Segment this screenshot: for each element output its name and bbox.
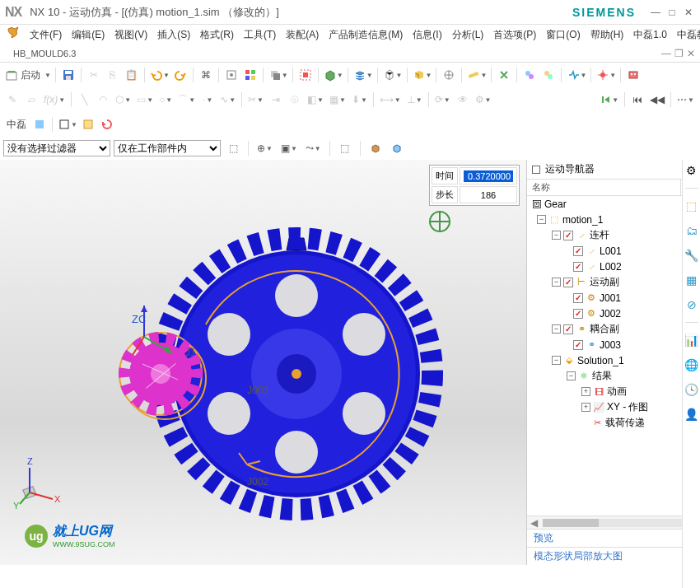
scope-filter-select[interactable]: 仅在工作部件内 xyxy=(114,140,221,156)
orient-view-button[interactable]: ▼ xyxy=(381,66,404,84)
checkbox[interactable]: ✓ xyxy=(573,340,583,350)
formula-button[interactable]: f(x)▼ xyxy=(41,91,68,109)
doc-minimize-button[interactable]: — xyxy=(661,48,671,59)
checkbox[interactable]: ✓ xyxy=(563,231,573,240)
maximize-button[interactable]: □ xyxy=(665,6,679,19)
profile-tool-button[interactable]: ⬡▼ xyxy=(113,91,133,109)
graphics-viewport[interactable]: 时间 0.3720000 步长 186 xyxy=(0,160,527,565)
measure-button[interactable]: ▼ xyxy=(465,66,488,84)
minimize-button[interactable]: — xyxy=(649,6,662,19)
menu-view[interactable]: 视图(V) xyxy=(110,26,152,44)
mirror-button[interactable]: ◧▼ xyxy=(305,91,326,109)
sim-config-button[interactable] xyxy=(520,66,539,84)
menu-edit[interactable]: 编辑(E) xyxy=(67,26,110,44)
menu-insert[interactable]: 插入(S) xyxy=(152,26,195,44)
view-cube1-button[interactable] xyxy=(366,139,385,157)
expressions-button[interactable] xyxy=(495,66,513,84)
filter-tool1-button[interactable]: ⬚ xyxy=(224,139,242,157)
doc-restore-button[interactable]: ❐ xyxy=(674,48,684,59)
extend-button[interactable]: ⇥ xyxy=(267,91,285,109)
expand-icon[interactable]: − xyxy=(552,278,561,287)
tree-j003[interactable]: ✓ ⚭ J003 xyxy=(527,337,699,352)
redo-button[interactable] xyxy=(171,66,189,84)
show-all-button[interactable]: 👁 xyxy=(454,91,472,109)
col-name[interactable]: 名称 xyxy=(527,180,681,195)
tree-motion[interactable]: − ⬚ motion_1 xyxy=(527,212,699,227)
constraint-button[interactable]: ⊥▼ xyxy=(404,91,425,109)
dimension-button[interactable]: ⟷▼ xyxy=(377,91,404,109)
arc-tool-button[interactable]: ◠ xyxy=(94,91,112,109)
trim-button[interactable]: ✂▼ xyxy=(245,91,266,109)
part-nav-icon[interactable]: 🗂 xyxy=(684,223,699,238)
checkbox[interactable]: ✓ xyxy=(573,262,583,272)
app-menu-icon[interactable] xyxy=(7,26,20,40)
menu-tools[interactable]: 工具(T) xyxy=(239,26,281,44)
tree-solution[interactable]: − ⬙ Solution_1 活 xyxy=(527,352,699,368)
menu-file[interactable]: 文件(F) xyxy=(25,26,67,44)
time-value[interactable]: 0.3720000 xyxy=(464,170,513,182)
tree-load-transfer[interactable]: ✂ 载荷传递 xyxy=(527,415,699,431)
auto-constrain-button[interactable]: ⚙▼ xyxy=(473,91,494,109)
checkbox[interactable]: ✓ xyxy=(563,278,573,287)
hd3d-icon[interactable]: 📊 xyxy=(684,333,699,348)
modal-shape-panel-header[interactable]: 模态形状局部放大图⌄ xyxy=(527,547,699,565)
menu-pmi[interactable]: 产品制造信息(M) xyxy=(324,26,408,44)
tree-l002[interactable]: ✓ ⟋ L002 xyxy=(527,259,699,274)
fillet-tool-button[interactable]: ⌒▼ xyxy=(175,91,198,109)
sketch-button[interactable]: ✎ xyxy=(3,91,21,109)
more-tools-button[interactable]: ⋯▼ xyxy=(674,91,697,109)
cut-button[interactable]: ✂ xyxy=(85,66,103,84)
snap-mid-button[interactable]: ▣▼ xyxy=(278,139,300,157)
close-button[interactable]: ✕ xyxy=(682,6,695,19)
expand-icon[interactable]: − xyxy=(537,215,546,224)
expand-icon[interactable]: − xyxy=(567,371,576,380)
tree-couplers-group[interactable]: − ✓ ⚭ 耦合副 xyxy=(527,321,699,337)
checkbox[interactable]: ✓ xyxy=(573,246,583,256)
point-tool-button[interactable]: ·▼ xyxy=(198,91,217,109)
menu-zl10[interactable]: 中磊1.0 xyxy=(628,26,672,44)
playback-button[interactable]: ▼ xyxy=(597,91,621,109)
constraint-nav-icon[interactable]: ▦ xyxy=(684,273,699,287)
assembly-nav-icon[interactable]: 🔧 xyxy=(684,248,699,263)
checkbox[interactable]: ✓ xyxy=(573,309,583,319)
motion-joint-button[interactable]: ▼ xyxy=(595,66,617,84)
circle-tool-button[interactable]: ○▼ xyxy=(156,91,175,109)
snap-curve-button[interactable]: ⤳▼ xyxy=(303,139,324,157)
roles-icon[interactable]: 👤 xyxy=(684,407,699,422)
tree-l001[interactable]: ✓ ⟋ L001 xyxy=(527,243,699,259)
view-cube2-button[interactable] xyxy=(388,139,406,157)
nav-resource-icon[interactable]: ⬚ xyxy=(684,198,699,213)
expand-icon[interactable]: + xyxy=(581,387,590,396)
tree-links-group[interactable]: − ✓ ⟋ 连杆 xyxy=(527,227,699,243)
render-style-button[interactable]: ▼ xyxy=(322,66,344,84)
pattern-button[interactable]: ▦▼ xyxy=(327,91,348,109)
box-style-button[interactable]: ▼ xyxy=(56,115,78,133)
paste-button[interactable]: 📋 xyxy=(123,66,141,84)
sim-assembly-button[interactable] xyxy=(539,66,558,84)
document-tab[interactable]: HB_MOULD6.3 xyxy=(5,47,84,60)
menu-analysis[interactable]: 分析(L) xyxy=(447,26,489,44)
select-rect-button[interactable]: ⬚ xyxy=(336,139,354,157)
navigator-tree[interactable]: 🞖 Gear − ⬚ motion_1 − ✓ ⟋ 连杆 ✓ ⟋ L001 ✓ xyxy=(527,196,699,516)
tree-joints-group[interactable]: − ✓ ⊢ 运动副 xyxy=(527,274,699,290)
offset-curve-button[interactable]: ⦾ xyxy=(286,91,304,109)
expand-icon[interactable]: − xyxy=(552,324,561,334)
history-icon[interactable]: 🕓 xyxy=(684,382,699,397)
wcs-button[interactable] xyxy=(296,66,315,84)
tree-results[interactable]: − ⚛ 结果 结 xyxy=(527,368,699,384)
line-tool-button[interactable]: ╲ xyxy=(75,91,93,109)
edit-section-button[interactable] xyxy=(440,66,458,84)
preview-panel-header[interactable]: 预览⌄ xyxy=(527,529,699,547)
expand-icon[interactable]: + xyxy=(581,403,590,412)
tree-j001[interactable]: ✓ ⚙ J001 xyxy=(527,290,699,306)
expand-icon[interactable]: − xyxy=(552,231,561,240)
section-button[interactable]: ▼ xyxy=(411,66,433,84)
menu-assemblies[interactable]: 装配(A) xyxy=(281,26,324,44)
expand-icon[interactable]: − xyxy=(552,356,561,365)
sketch-plane-button[interactable]: ▱ xyxy=(22,91,40,109)
checkbox[interactable]: ✓ xyxy=(563,324,573,334)
tree-animation[interactable]: + 🎞 动画 xyxy=(527,384,699,399)
touch-mode-button[interactable] xyxy=(222,66,240,84)
spline-tool-button[interactable]: ∿▼ xyxy=(217,91,238,109)
menu-zl-tutorial[interactable]: 中磊教程 xyxy=(672,26,700,44)
